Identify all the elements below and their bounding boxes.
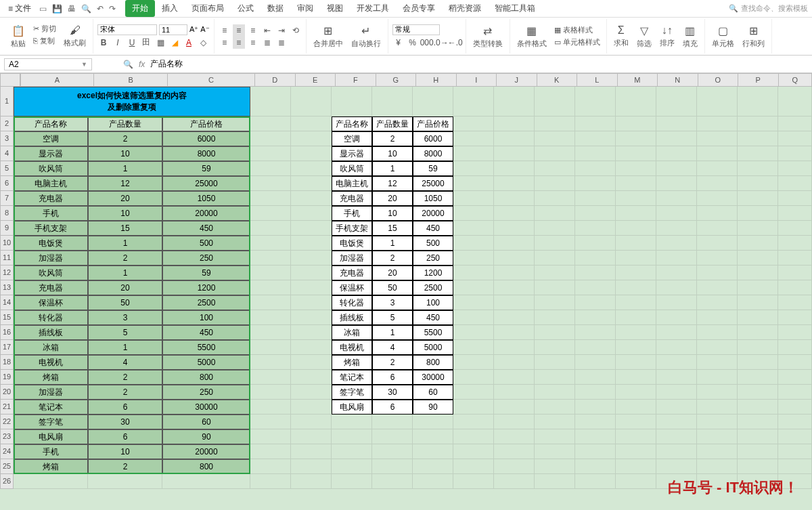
cell-M11[interactable] [616, 251, 656, 265]
cell-I17[interactable] [453, 340, 494, 355]
cell-O21[interactable] [697, 400, 738, 415]
tab-9[interactable]: 稻壳资源 [442, 0, 488, 17]
cell-Q8[interactable] [778, 206, 812, 221]
cell-M9[interactable] [616, 221, 656, 236]
col-header-E[interactable]: E [296, 73, 336, 87]
cell-J3[interactable] [494, 131, 535, 146]
cell-D10[interactable] [250, 236, 291, 251]
cell-G19[interactable]: 6 [372, 370, 413, 385]
cell-M22[interactable] [616, 415, 656, 429]
cell-Q22[interactable] [778, 415, 812, 429]
cell-F17[interactable]: 电视机 [332, 340, 372, 355]
col-header-N[interactable]: N [658, 73, 698, 87]
cell-P12[interactable] [738, 265, 778, 280]
cell-L15[interactable] [575, 310, 616, 325]
cell-P22[interactable] [738, 415, 778, 429]
cell-A6[interactable]: 电脑主机 [14, 176, 88, 191]
cell-G15[interactable]: 5 [372, 310, 413, 325]
cell-B2[interactable]: 产品数量 [88, 116, 162, 131]
cell-C8[interactable]: 20000 [162, 206, 250, 221]
cell-I21[interactable] [453, 400, 494, 415]
tab-5[interactable]: 审阅 [290, 0, 320, 17]
cell-Q12[interactable] [778, 265, 812, 280]
cell-F26[interactable] [332, 474, 372, 489]
cell-C12[interactable]: 59 [162, 265, 250, 280]
cell-I6[interactable] [453, 176, 494, 191]
cell-H24[interactable] [413, 444, 453, 459]
align-center-icon[interactable]: ≡ [233, 37, 245, 49]
cell-A13[interactable]: 充电器 [14, 280, 88, 295]
cell-G3[interactable]: 2 [372, 131, 413, 146]
cell-G21[interactable]: 6 [372, 400, 413, 415]
increase-font-icon[interactable]: A⁺ [189, 25, 198, 34]
cell-F6[interactable]: 电脑主机 [332, 176, 372, 191]
cell-K17[interactable] [535, 340, 575, 355]
cell-E26[interactable] [291, 474, 332, 489]
sum-button[interactable]: Σ求和 [611, 23, 631, 49]
cell-C22[interactable]: 60 [162, 415, 250, 429]
cell-O8[interactable] [697, 206, 738, 221]
row-header-8[interactable]: 8 [0, 206, 14, 221]
cell-F24[interactable] [332, 444, 372, 459]
cell-G22[interactable] [372, 415, 413, 429]
undo-icon[interactable]: ↶ [97, 4, 104, 14]
cell-G24[interactable] [372, 444, 413, 459]
cell-Q15[interactable] [778, 310, 812, 325]
cell-M13[interactable] [616, 280, 656, 295]
cell-A10[interactable]: 电饭煲 [14, 236, 88, 251]
cell-L14[interactable] [575, 295, 616, 310]
row-header-12[interactable]: 12 [0, 265, 14, 280]
underline-button[interactable]: U [126, 37, 138, 49]
cell-C17[interactable]: 5500 [162, 340, 250, 355]
cell-G6[interactable]: 12 [372, 176, 413, 191]
cell-E21[interactable] [291, 400, 332, 415]
cell-O1[interactable] [697, 87, 738, 116]
cell-A11[interactable]: 加湿器 [14, 251, 88, 265]
cell-N11[interactable] [656, 251, 697, 265]
cell-F19[interactable]: 笔记本 [332, 370, 372, 385]
cell-H17[interactable]: 5000 [413, 340, 453, 355]
cell-H23[interactable] [413, 429, 453, 444]
cell-P25[interactable] [738, 459, 778, 474]
cell-L22[interactable] [575, 415, 616, 429]
cell-M18[interactable] [616, 355, 656, 370]
cell-J4[interactable] [494, 146, 535, 161]
cell-L25[interactable] [575, 459, 616, 474]
cell-K23[interactable] [535, 429, 575, 444]
cell-L24[interactable] [575, 444, 616, 459]
cell-K3[interactable] [535, 131, 575, 146]
cell-C19[interactable]: 800 [162, 370, 250, 385]
cell-C26[interactable] [162, 474, 250, 489]
cell-O16[interactable] [697, 325, 738, 340]
cell-I18[interactable] [453, 355, 494, 370]
tab-4[interactable]: 数据 [261, 0, 290, 17]
cell-G11[interactable]: 2 [372, 251, 413, 265]
cell-K18[interactable] [535, 355, 575, 370]
cell-D14[interactable] [250, 295, 291, 310]
row-header-19[interactable]: 19 [0, 370, 14, 385]
cell-M24[interactable] [616, 444, 656, 459]
cell-O23[interactable] [697, 429, 738, 444]
cell-N5[interactable] [656, 161, 697, 176]
search-box[interactable]: 🔍 查找命令、搜索模板 [729, 3, 808, 14]
cell-N25[interactable] [656, 459, 697, 474]
distribute-icon[interactable]: ≣ [275, 37, 288, 49]
cell-M10[interactable] [616, 236, 656, 251]
name-box[interactable]: A2 ▼ [4, 58, 92, 70]
cell-I11[interactable] [453, 251, 494, 265]
cell-F22[interactable] [332, 415, 372, 429]
cell-H10[interactable]: 500 [413, 236, 453, 251]
row-header-16[interactable]: 16 [0, 325, 14, 340]
comma-icon[interactable]: 000 [421, 37, 433, 49]
cell-O14[interactable] [697, 295, 738, 310]
cell-F25[interactable] [332, 459, 372, 474]
cut-button[interactable]: ✂剪切 [31, 23, 58, 35]
cell-Q4[interactable] [778, 146, 812, 161]
cell-E3[interactable] [291, 131, 332, 146]
cell-N9[interactable] [656, 221, 697, 236]
italic-button[interactable]: I [112, 37, 124, 49]
cell-N23[interactable] [656, 429, 697, 444]
cell-Q11[interactable] [778, 251, 812, 265]
cell-F7[interactable]: 充电器 [332, 191, 372, 206]
cell-M14[interactable] [616, 295, 656, 310]
